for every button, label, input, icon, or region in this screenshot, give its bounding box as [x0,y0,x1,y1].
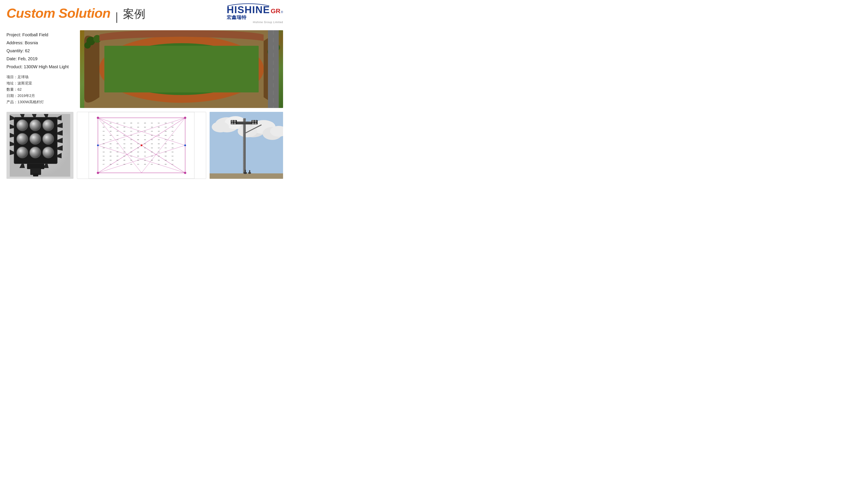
svg-point-41 [43,147,54,158]
svg-text:315: 315 [103,135,105,136]
svg-text:285: 285 [130,164,132,165]
svg-point-186 [184,144,186,146]
svg-text:420: 420 [158,139,160,140]
svg-rect-42 [27,164,44,169]
svg-text:425: 425 [130,135,132,136]
svg-text:460: 460 [151,151,153,153]
svg-text:312: 312 [158,122,160,124]
svg-text:285: 285 [130,122,132,124]
svg-text:390: 390 [165,130,167,132]
svg-text:420: 420 [158,147,160,149]
svg-point-33 [17,120,28,131]
svg-text:285: 285 [103,143,105,144]
svg-text:445: 445 [117,151,118,153]
svg-text:425: 425 [130,151,132,153]
svg-text:405: 405 [130,139,132,140]
aerial-image-area [80,30,283,108]
svg-point-203 [231,122,233,125]
svg-text:315: 315 [151,164,153,165]
svg-text:405: 405 [158,143,160,144]
svg-text:298: 298 [171,139,173,140]
svg-text:405: 405 [144,147,146,149]
arc-container: HISHINE [227,5,270,15]
project-line-zh-2: 地址：波斯尼亚 [6,81,76,86]
project-line-5: Product: 1300W High Mast Light [6,64,76,69]
svg-text:285: 285 [103,126,105,128]
svg-text:390: 390 [117,159,118,161]
project-line-zh-4: 日期：2019年2月 [6,93,76,98]
svg-text:390: 390 [137,130,139,132]
logo-area: HISHINE GR ® 宏鑫瑞特 Hishine Group Limited [227,5,283,24]
svg-text:315: 315 [171,135,173,136]
svg-text:460: 460 [123,151,125,153]
svg-text:270: 270 [137,164,139,165]
svg-text:412: 412 [130,155,132,157]
svg-text:398: 398 [165,151,167,153]
svg-text:217: 217 [171,164,173,165]
svg-text:435: 435 [117,130,118,132]
svg-point-35 [43,120,54,131]
bottom-row: 217280312315285270285315312280217 285348… [0,108,290,183]
svg-text:315: 315 [171,151,173,153]
svg-text:270: 270 [137,122,139,124]
svg-text:390: 390 [130,143,132,144]
svg-text:285: 285 [171,159,173,161]
svg-point-207 [255,120,257,122]
svg-text:420: 420 [117,139,118,140]
svg-point-193 [238,125,257,137]
svg-rect-4 [118,52,245,87]
svg-text:285: 285 [144,164,146,165]
svg-text:418: 418 [151,143,153,144]
svg-text:280: 280 [165,122,167,124]
svg-point-39 [17,147,28,158]
svg-text:405: 405 [137,151,139,153]
svg-point-36 [17,133,28,144]
svg-text:370: 370 [137,143,139,144]
svg-text:362: 362 [144,159,146,161]
svg-text:445: 445 [151,130,153,132]
svg-text:390: 390 [144,143,146,144]
svg-text:312: 312 [171,155,173,157]
svg-text:418: 418 [123,143,125,144]
svg-point-190 [212,122,229,133]
svg-rect-3 [118,52,245,87]
svg-text:285: 285 [171,126,173,128]
info-panel: Project: Football Field Address: Bosnia … [6,30,76,108]
svg-text:435: 435 [151,147,153,149]
svg-rect-44 [33,173,38,176]
svg-point-201 [231,120,233,122]
svg-text:217: 217 [171,122,173,124]
svg-text:435: 435 [123,147,125,149]
svg-rect-217 [249,170,250,173]
title-divider: | [115,10,118,23]
svg-text:217: 217 [103,164,105,165]
svg-text:390: 390 [109,155,111,157]
svg-rect-215 [245,170,246,173]
svg-point-9 [84,42,91,49]
svg-point-38 [43,133,54,144]
svg-text:312: 312 [103,130,105,132]
svg-text:285: 285 [103,159,105,161]
svg-text:435: 435 [123,139,125,140]
svg-text:312: 312 [103,155,105,157]
svg-text:412: 412 [144,155,146,157]
logo-arc-icon [226,2,271,6]
svg-text:362: 362 [130,126,132,128]
svg-text:398: 398 [123,126,125,128]
svg-text:340: 340 [137,126,139,128]
svg-text:312: 312 [117,122,118,124]
svg-point-34 [30,120,41,131]
svg-text:425: 425 [144,151,146,153]
svg-text:460: 460 [151,135,153,136]
svg-point-209 [255,122,257,125]
project-line-2: Address: Bosnia [6,41,76,45]
svg-text:315: 315 [103,151,105,153]
svg-text:390: 390 [109,130,111,132]
svg-text:435: 435 [151,139,153,140]
svg-text:435: 435 [158,130,160,132]
svg-text:298: 298 [103,139,105,140]
svg-text:390: 390 [137,155,139,157]
svg-text:398: 398 [151,126,153,128]
svg-text:445: 445 [158,151,160,153]
svg-text:445: 445 [151,155,153,157]
